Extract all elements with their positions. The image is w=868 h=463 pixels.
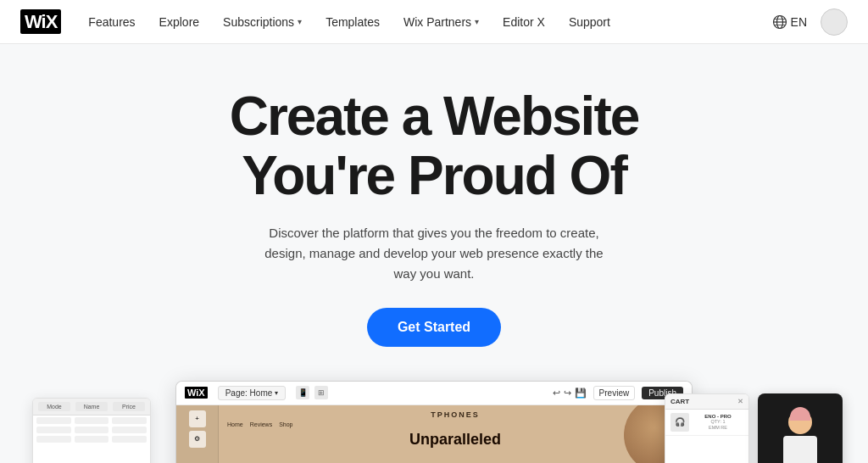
table-header: Mode Name Price bbox=[33, 399, 150, 416]
nav-support[interactable]: Support bbox=[569, 15, 610, 29]
cart-item-details: ENO - PRO QTY: 1 EMM RE bbox=[693, 414, 743, 431]
redo-button[interactable]: ↪ bbox=[564, 388, 571, 399]
nav-wix-partners[interactable]: Wix Partners ▾ bbox=[403, 15, 479, 29]
table-row bbox=[36, 417, 147, 424]
user-avatar-button[interactable] bbox=[821, 8, 848, 36]
globe-icon bbox=[772, 14, 787, 30]
canvas-headline: Unparalleled bbox=[227, 432, 683, 449]
editor-canvas: + ⚙ TPHONES Home Reviews Shop Unparallel… bbox=[176, 405, 692, 463]
table-preview: Mode Name Price bbox=[32, 398, 151, 463]
table-cell bbox=[75, 436, 109, 443]
editor-page-tab[interactable]: Page: Home ▾ bbox=[218, 386, 287, 400]
table-cell bbox=[36, 417, 71, 424]
table-rows bbox=[33, 416, 150, 447]
chevron-down-icon: ▾ bbox=[298, 17, 302, 26]
person-head bbox=[788, 410, 812, 434]
person-thumbnail bbox=[758, 393, 843, 463]
person-hair bbox=[790, 407, 810, 421]
cart-header: CART ✕ bbox=[665, 394, 748, 410]
table-cell bbox=[75, 417, 109, 424]
canvas-nav-home: Home bbox=[227, 421, 243, 427]
table-row bbox=[36, 436, 147, 443]
preview-button[interactable]: Preview bbox=[593, 386, 636, 400]
table-cell bbox=[75, 427, 109, 433]
col-price: Price bbox=[113, 402, 145, 411]
canvas-tool-add[interactable]: + bbox=[189, 410, 206, 427]
nav-links: Features Explore Subscriptions ▾ Templat… bbox=[88, 15, 771, 29]
language-selector[interactable]: EN bbox=[772, 14, 807, 30]
navbar: WiX Features Explore Subscriptions ▾ Tem… bbox=[0, 0, 868, 44]
wix-logo[interactable]: WiX bbox=[20, 11, 61, 33]
table-cell bbox=[36, 436, 71, 443]
person-body bbox=[783, 436, 817, 463]
canvas-nav-shop: Shop bbox=[279, 421, 292, 427]
undo-redo-group: ↩ ↪ 💾 bbox=[553, 388, 587, 399]
nav-subscriptions[interactable]: Subscriptions ▾ bbox=[223, 15, 302, 29]
nav-right: EN bbox=[772, 8, 848, 36]
table-cell bbox=[112, 417, 147, 424]
chevron-down-icon: ▾ bbox=[475, 17, 479, 26]
nav-editor-x[interactable]: Editor X bbox=[503, 15, 545, 29]
close-icon[interactable]: ✕ bbox=[737, 398, 743, 405]
hero-subtitle: Discover the platform that gives you the… bbox=[264, 223, 604, 284]
nav-features[interactable]: Features bbox=[88, 15, 135, 29]
canvas-brand-name: TPHONES bbox=[227, 410, 683, 419]
lang-label: EN bbox=[791, 15, 807, 29]
canvas-main-area: TPHONES Home Reviews Shop Unparalleled bbox=[219, 405, 692, 463]
hero-section: Create a Website You're Proud Of Discove… bbox=[0, 44, 868, 463]
table-cell bbox=[112, 427, 147, 433]
cart-title: CART bbox=[670, 398, 689, 405]
layout-icon[interactable]: ⊞ bbox=[314, 386, 328, 399]
col-name: Name bbox=[75, 402, 108, 411]
table-row bbox=[36, 427, 147, 433]
nav-explore[interactable]: Explore bbox=[159, 15, 199, 29]
canvas-content: + ⚙ TPHONES Home Reviews Shop Unparallel… bbox=[176, 405, 692, 463]
table-cell bbox=[112, 436, 147, 443]
col-mode: Mode bbox=[38, 402, 70, 411]
cart-item-image: 🎧 bbox=[670, 413, 689, 432]
preview-area: Mode Name Price bbox=[17, 381, 851, 463]
save-icon[interactable]: 💾 bbox=[575, 388, 587, 399]
hero-title: Create a Website You're Proud Of bbox=[17, 86, 851, 206]
cart-item: 🎧 ENO - PRO QTY: 1 EMM RE bbox=[665, 410, 748, 436]
editor-tool-icons: 📱 ⊞ bbox=[296, 386, 328, 399]
editor-preview: WiX Page: Home ▾ 📱 ⊞ ↩ ↪ 💾 Preview Publi… bbox=[175, 381, 693, 463]
canvas-toolbar: + ⚙ bbox=[176, 405, 219, 463]
cart-preview: CART ✕ 🎧 ENO - PRO QTY: 1 EMM RE bbox=[665, 393, 749, 463]
cart-item-desc: QTY: 1 EMM RE bbox=[693, 419, 743, 431]
canvas-nav-reviews: Reviews bbox=[250, 421, 272, 427]
chevron-down-icon: ▾ bbox=[275, 389, 278, 397]
canvas-tool-settings[interactable]: ⚙ bbox=[189, 431, 206, 448]
get-started-button[interactable]: Get Started bbox=[367, 308, 501, 347]
editor-logo: WiX bbox=[185, 387, 208, 399]
nav-templates[interactable]: Templates bbox=[326, 15, 380, 29]
canvas-nav-links: Home Reviews Shop bbox=[227, 421, 683, 427]
person-figure bbox=[771, 402, 830, 463]
mobile-icon[interactable]: 📱 bbox=[296, 386, 309, 399]
table-cell bbox=[36, 427, 71, 433]
editor-topbar: WiX Page: Home ▾ 📱 ⊞ ↩ ↪ 💾 Preview Publi… bbox=[176, 382, 692, 405]
undo-button[interactable]: ↩ bbox=[553, 388, 560, 399]
